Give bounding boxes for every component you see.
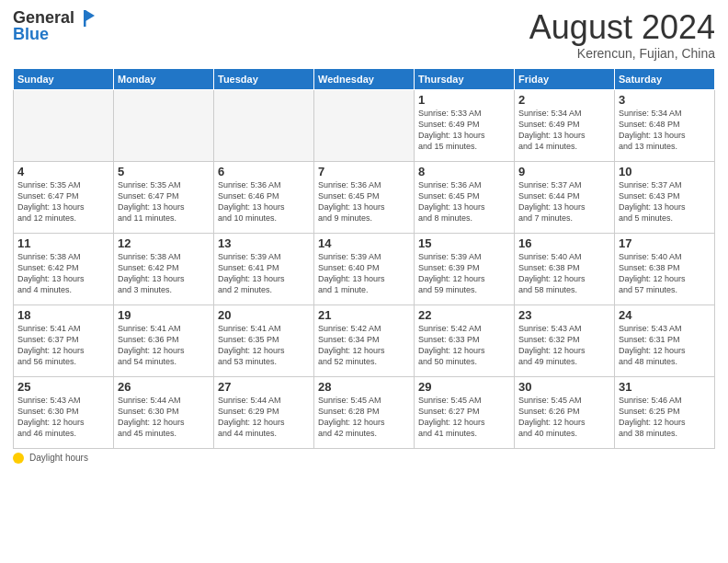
calendar-cell: 25Sunrise: 5:43 AM Sunset: 6:30 PM Dayli… xyxy=(14,376,114,448)
day-info: Sunrise: 5:33 AM Sunset: 6:49 PM Dayligh… xyxy=(418,108,510,153)
day-info: Sunrise: 5:41 AM Sunset: 6:36 PM Dayligh… xyxy=(118,323,210,368)
calendar-cell: 2Sunrise: 5:34 AM Sunset: 6:49 PM Daylig… xyxy=(515,89,615,161)
day-number: 7 xyxy=(318,165,410,178)
svg-marker-0 xyxy=(85,10,95,21)
calendar-cell: 13Sunrise: 5:39 AM Sunset: 6:41 PM Dayli… xyxy=(214,233,314,304)
day-info: Sunrise: 5:34 AM Sunset: 6:48 PM Dayligh… xyxy=(619,108,711,153)
sun-icon xyxy=(13,453,24,464)
calendar-cell: 17Sunrise: 5:40 AM Sunset: 6:38 PM Dayli… xyxy=(615,233,715,304)
calendar-cell: 12Sunrise: 5:38 AM Sunset: 6:42 PM Dayli… xyxy=(114,233,214,304)
day-info: Sunrise: 5:40 AM Sunset: 6:38 PM Dayligh… xyxy=(518,251,610,296)
day-number: 19 xyxy=(118,308,210,322)
month-year-title: August 2024 xyxy=(529,9,715,46)
calendar-cell: 29Sunrise: 5:45 AM Sunset: 6:27 PM Dayli… xyxy=(415,376,515,448)
day-number: 23 xyxy=(518,308,610,322)
calendar-cell xyxy=(14,89,114,161)
day-number: 8 xyxy=(418,165,510,178)
location-subtitle: Kerencun, Fujian, China xyxy=(529,46,715,61)
calendar-header-friday: Friday xyxy=(515,68,615,89)
day-number: 17 xyxy=(619,236,711,250)
day-number: 30 xyxy=(518,380,610,394)
calendar-cell: 21Sunrise: 5:42 AM Sunset: 6:34 PM Dayli… xyxy=(314,304,415,376)
day-number: 9 xyxy=(518,165,610,178)
day-info: Sunrise: 5:42 AM Sunset: 6:33 PM Dayligh… xyxy=(418,323,510,368)
header: General Blue August 2024 Kerencun, Fujia… xyxy=(13,9,715,61)
calendar-header-wednesday: Wednesday xyxy=(314,68,415,89)
calendar-cell xyxy=(314,89,415,161)
page-container: General Blue August 2024 Kerencun, Fujia… xyxy=(0,0,728,469)
calendar-cell: 5Sunrise: 5:35 AM Sunset: 6:47 PM Daylig… xyxy=(114,161,214,233)
day-number: 20 xyxy=(218,308,310,322)
calendar-cell: 24Sunrise: 5:43 AM Sunset: 6:31 PM Dayli… xyxy=(615,304,715,376)
calendar-cell: 22Sunrise: 5:42 AM Sunset: 6:33 PM Dayli… xyxy=(415,304,515,376)
calendar-cell: 1Sunrise: 5:33 AM Sunset: 6:49 PM Daylig… xyxy=(415,89,515,161)
calendar-cell: 31Sunrise: 5:46 AM Sunset: 6:25 PM Dayli… xyxy=(615,376,715,448)
day-info: Sunrise: 5:38 AM Sunset: 6:42 PM Dayligh… xyxy=(17,251,109,296)
day-info: Sunrise: 5:36 AM Sunset: 6:46 PM Dayligh… xyxy=(218,179,310,224)
day-info: Sunrise: 5:39 AM Sunset: 6:40 PM Dayligh… xyxy=(318,251,410,296)
day-number: 6 xyxy=(218,165,310,178)
day-number: 16 xyxy=(518,236,610,250)
calendar-cell: 19Sunrise: 5:41 AM Sunset: 6:36 PM Dayli… xyxy=(114,304,214,376)
calendar-cell: 8Sunrise: 5:36 AM Sunset: 6:45 PM Daylig… xyxy=(415,161,515,233)
day-number: 26 xyxy=(118,380,210,394)
day-info: Sunrise: 5:37 AM Sunset: 6:43 PM Dayligh… xyxy=(619,179,711,224)
calendar-cell xyxy=(214,89,314,161)
day-info: Sunrise: 5:36 AM Sunset: 6:45 PM Dayligh… xyxy=(418,179,510,224)
calendar-table: SundayMondayTuesdayWednesdayThursdayFrid… xyxy=(13,68,715,449)
calendar-cell: 30Sunrise: 5:45 AM Sunset: 6:26 PM Dayli… xyxy=(515,376,615,448)
day-number: 5 xyxy=(118,165,210,178)
day-info: Sunrise: 5:34 AM Sunset: 6:49 PM Dayligh… xyxy=(518,108,610,153)
day-info: Sunrise: 5:35 AM Sunset: 6:47 PM Dayligh… xyxy=(17,179,109,224)
day-number: 18 xyxy=(17,308,109,322)
day-info: Sunrise: 5:43 AM Sunset: 6:31 PM Dayligh… xyxy=(619,323,711,368)
calendar-cell: 28Sunrise: 5:45 AM Sunset: 6:28 PM Dayli… xyxy=(314,376,415,448)
day-info: Sunrise: 5:39 AM Sunset: 6:39 PM Dayligh… xyxy=(418,251,510,296)
day-info: Sunrise: 5:44 AM Sunset: 6:30 PM Dayligh… xyxy=(118,395,210,440)
calendar-cell: 4Sunrise: 5:35 AM Sunset: 6:47 PM Daylig… xyxy=(14,161,114,233)
day-info: Sunrise: 5:41 AM Sunset: 6:37 PM Dayligh… xyxy=(17,323,109,368)
day-number: 3 xyxy=(619,93,711,107)
calendar-week-row-2: 4Sunrise: 5:35 AM Sunset: 6:47 PM Daylig… xyxy=(14,161,715,233)
day-number: 31 xyxy=(619,380,711,394)
calendar-cell: 7Sunrise: 5:36 AM Sunset: 6:45 PM Daylig… xyxy=(314,161,415,233)
calendar-week-row-1: 1Sunrise: 5:33 AM Sunset: 6:49 PM Daylig… xyxy=(14,89,715,161)
calendar-cell: 3Sunrise: 5:34 AM Sunset: 6:48 PM Daylig… xyxy=(615,89,715,161)
day-info: Sunrise: 5:40 AM Sunset: 6:38 PM Dayligh… xyxy=(619,251,711,296)
day-info: Sunrise: 5:43 AM Sunset: 6:30 PM Dayligh… xyxy=(17,395,109,440)
daylight-label: Daylight hours xyxy=(29,453,88,463)
day-info: Sunrise: 5:36 AM Sunset: 6:45 PM Dayligh… xyxy=(318,179,410,224)
calendar-cell: 9Sunrise: 5:37 AM Sunset: 6:44 PM Daylig… xyxy=(515,161,615,233)
day-info: Sunrise: 5:45 AM Sunset: 6:28 PM Dayligh… xyxy=(318,395,410,440)
day-number: 21 xyxy=(318,308,410,322)
day-number: 28 xyxy=(318,380,410,394)
day-number: 13 xyxy=(218,236,310,250)
day-info: Sunrise: 5:44 AM Sunset: 6:29 PM Dayligh… xyxy=(218,395,310,440)
calendar-cell: 27Sunrise: 5:44 AM Sunset: 6:29 PM Dayli… xyxy=(214,376,314,448)
svg-rect-1 xyxy=(84,10,86,27)
day-number: 15 xyxy=(418,236,510,250)
footer-legend: Daylight hours xyxy=(13,453,715,464)
day-number: 24 xyxy=(619,308,711,322)
calendar-cell: 15Sunrise: 5:39 AM Sunset: 6:39 PM Dayli… xyxy=(415,233,515,304)
calendar-week-row-5: 25Sunrise: 5:43 AM Sunset: 6:30 PM Dayli… xyxy=(14,376,715,448)
calendar-week-row-3: 11Sunrise: 5:38 AM Sunset: 6:42 PM Dayli… xyxy=(14,233,715,304)
day-number: 12 xyxy=(118,236,210,250)
calendar-cell: 14Sunrise: 5:39 AM Sunset: 6:40 PM Dayli… xyxy=(314,233,415,304)
day-info: Sunrise: 5:46 AM Sunset: 6:25 PM Dayligh… xyxy=(619,395,711,440)
day-number: 14 xyxy=(318,236,410,250)
day-number: 25 xyxy=(17,380,109,394)
calendar-cell xyxy=(114,89,214,161)
calendar-header-saturday: Saturday xyxy=(615,68,715,89)
calendar-cell: 26Sunrise: 5:44 AM Sunset: 6:30 PM Dayli… xyxy=(114,376,214,448)
day-number: 2 xyxy=(518,93,610,107)
day-info: Sunrise: 5:38 AM Sunset: 6:42 PM Dayligh… xyxy=(118,251,210,296)
day-number: 29 xyxy=(418,380,510,394)
calendar-cell: 18Sunrise: 5:41 AM Sunset: 6:37 PM Dayli… xyxy=(14,304,114,376)
calendar-header-tuesday: Tuesday xyxy=(214,68,314,89)
day-info: Sunrise: 5:35 AM Sunset: 6:47 PM Dayligh… xyxy=(118,179,210,224)
title-block: August 2024 Kerencun, Fujian, China xyxy=(529,9,715,61)
calendar-header-sunday: Sunday xyxy=(14,68,114,89)
calendar-week-row-4: 18Sunrise: 5:41 AM Sunset: 6:37 PM Dayli… xyxy=(14,304,715,376)
day-number: 4 xyxy=(17,165,109,178)
